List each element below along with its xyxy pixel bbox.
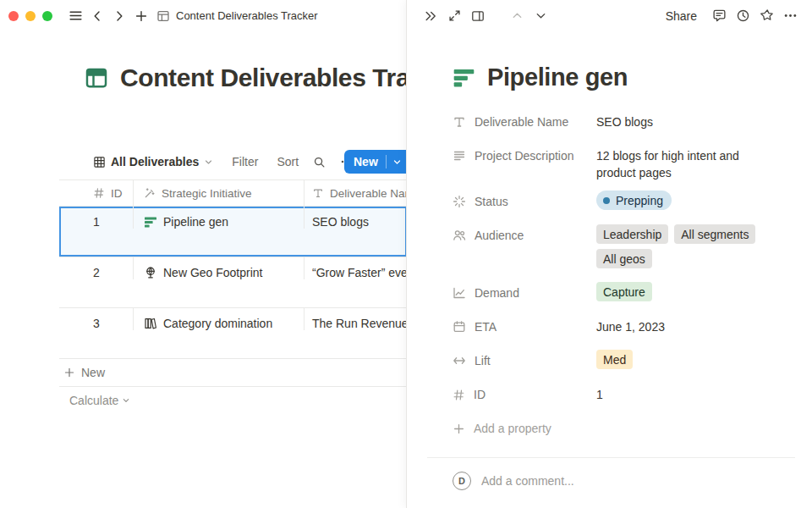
- property-value-demand[interactable]: Capture: [596, 276, 658, 309]
- people-icon: [453, 229, 466, 242]
- view-name: All Deliverables: [111, 155, 199, 168]
- title-property-icon: [312, 187, 324, 199]
- side-panel-icon[interactable]: [468, 6, 488, 26]
- user-avatar: D: [453, 472, 471, 490]
- close-peek-icon[interactable]: [420, 6, 441, 26]
- property-label-lift[interactable]: Lift: [453, 344, 596, 378]
- cell-strategic-initiative[interactable]: New Geo Footprint: [134, 257, 304, 279]
- chart-line-icon: [453, 286, 466, 300]
- cell-id[interactable]: 2: [59, 257, 134, 279]
- page-peek-panel: Share Pipeline gen: [406, 0, 812, 508]
- fullscreen-window-button[interactable]: [42, 11, 52, 21]
- property-row-audience: Audience Leadership All segments All geo…: [453, 218, 790, 276]
- favorite-star-icon[interactable]: [756, 6, 776, 26]
- page-link[interactable]: Category domination: [163, 317, 272, 330]
- cell-deliverable-name[interactable]: “Grow Faster” event: [304, 257, 407, 279]
- new-button-label: New: [344, 155, 386, 168]
- table-row-category-domination[interactable]: 3 Category domination The Run Revenue S: [59, 308, 407, 359]
- property-label-demand[interactable]: Demand: [453, 276, 596, 310]
- column-header-strategic-initiative[interactable]: Strategic Initiative: [134, 180, 304, 206]
- property-row-id: ID 1: [453, 378, 790, 411]
- column-label: Deliverable Name: [330, 187, 407, 200]
- property-label-project-description[interactable]: Project Description: [453, 139, 596, 173]
- books-icon: [144, 317, 157, 330]
- comments-icon[interactable]: [709, 6, 729, 26]
- new-page-icon[interactable]: [130, 5, 152, 27]
- view-tab-all-deliverables[interactable]: All Deliverables: [93, 155, 213, 168]
- add-row-button[interactable]: New: [59, 359, 407, 387]
- property-label-deliverable-name[interactable]: Deliverable Name: [453, 105, 596, 139]
- cell-strategic-initiative[interactable]: Category domination: [134, 308, 304, 330]
- comment-input[interactable]: [481, 474, 790, 488]
- expand-page-icon[interactable]: [444, 6, 464, 26]
- property-label-status[interactable]: Status: [453, 185, 596, 218]
- plus-icon: [453, 422, 465, 435]
- table-row-pipeline-gen[interactable]: 1 Pipeline gen SEO blogs: [59, 207, 407, 257]
- property-label-eta[interactable]: ETA: [453, 310, 596, 344]
- property-label-audience[interactable]: Audience: [453, 218, 596, 252]
- lift-tag: Med: [596, 350, 633, 369]
- close-window-button[interactable]: [8, 11, 19, 21]
- demand-tag: Capture: [596, 282, 652, 301]
- nav-back-icon[interactable]: [86, 5, 108, 27]
- status-burst-icon: [453, 195, 466, 208]
- minimize-window-button[interactable]: [25, 11, 36, 21]
- page-header: Content Deliverables Tracker: [85, 64, 407, 92]
- previous-record-icon[interactable]: [507, 6, 527, 26]
- sort-button[interactable]: Sort: [277, 155, 299, 168]
- page-table-icon-large[interactable]: [85, 66, 108, 90]
- cell-id[interactable]: 1: [59, 207, 134, 229]
- more-options-icon[interactable]: [780, 6, 800, 26]
- cell-deliverable-name[interactable]: SEO blogs: [304, 207, 407, 229]
- property-label-id[interactable]: ID: [453, 378, 596, 411]
- pipeline-bars-icon[interactable]: [453, 66, 475, 89]
- status-dot: [603, 197, 610, 204]
- view-toolbar: All Deliverables Filter Sort New: [93, 148, 407, 175]
- peek-page-header: Pipeline gen: [453, 64, 790, 91]
- new-button[interactable]: New: [344, 150, 407, 174]
- breadcrumb-page-title[interactable]: Content Deliverables Tracker: [176, 9, 318, 22]
- cell-deliverable-name[interactable]: The Run Revenue S: [304, 308, 407, 330]
- nav-forward-icon[interactable]: [108, 5, 130, 27]
- page-table-icon: [152, 5, 174, 27]
- sidebar-menu-icon[interactable]: [64, 5, 86, 27]
- chevron-down-icon: [204, 157, 213, 167]
- add-property-button[interactable]: Add a property: [453, 411, 790, 445]
- property-row-demand: Demand Capture: [453, 276, 790, 310]
- page-title: Content Deliverables Tracker: [120, 64, 407, 92]
- history-clock-icon[interactable]: [732, 6, 753, 26]
- search-icon[interactable]: [313, 156, 326, 168]
- cell-id[interactable]: 3: [59, 308, 134, 330]
- share-button[interactable]: Share: [666, 9, 697, 23]
- property-value-audience[interactable]: Leadership All segments All geos: [596, 218, 790, 276]
- comment-section-divider: [427, 457, 795, 458]
- cell-strategic-initiative[interactable]: Pipeline gen: [134, 207, 304, 229]
- wand-property-icon: [144, 187, 156, 199]
- next-record-icon[interactable]: [530, 6, 551, 26]
- property-row-project-description: Project Description 12 blogs for high in…: [453, 139, 790, 185]
- page-link[interactable]: Pipeline gen: [163, 215, 228, 229]
- new-dropdown-chevron-icon[interactable]: [387, 157, 407, 167]
- property-value-deliverable-name[interactable]: SEO blogs: [596, 105, 653, 130]
- calculate-button[interactable]: Calculate: [59, 387, 407, 414]
- add-row-label: New: [81, 366, 105, 379]
- table-header-row: ID Strategic Initiative Deliverable Name: [59, 180, 407, 207]
- globe-icon: [144, 266, 157, 279]
- property-value-eta[interactable]: June 1, 2023: [596, 310, 665, 335]
- column-header-id[interactable]: ID: [59, 180, 134, 206]
- property-value-lift[interactable]: Med: [596, 344, 639, 377]
- property-value-project-description[interactable]: 12 blogs for high intent and product pag…: [596, 139, 778, 185]
- property-value-id[interactable]: 1: [596, 378, 603, 403]
- status-tag: Prepping: [596, 190, 672, 210]
- property-row-status: Status Prepping: [453, 185, 790, 218]
- table-row-new-geo-footprint[interactable]: 2 New Geo Footprint “Grow Faster” event: [59, 257, 407, 308]
- title-property-icon: [453, 115, 466, 129]
- column-header-deliverable-name[interactable]: Deliverable Name: [304, 180, 407, 206]
- page-link[interactable]: New Geo Footprint: [163, 266, 263, 279]
- comment-composer: D: [453, 472, 790, 490]
- database-table: ID Strategic Initiative Deliverable Name…: [59, 179, 407, 359]
- peek-page-title[interactable]: Pipeline gen: [487, 64, 628, 91]
- pipeline-bars-icon: [144, 215, 157, 229]
- property-value-status[interactable]: Prepping: [596, 185, 678, 218]
- filter-button[interactable]: Filter: [232, 155, 258, 168]
